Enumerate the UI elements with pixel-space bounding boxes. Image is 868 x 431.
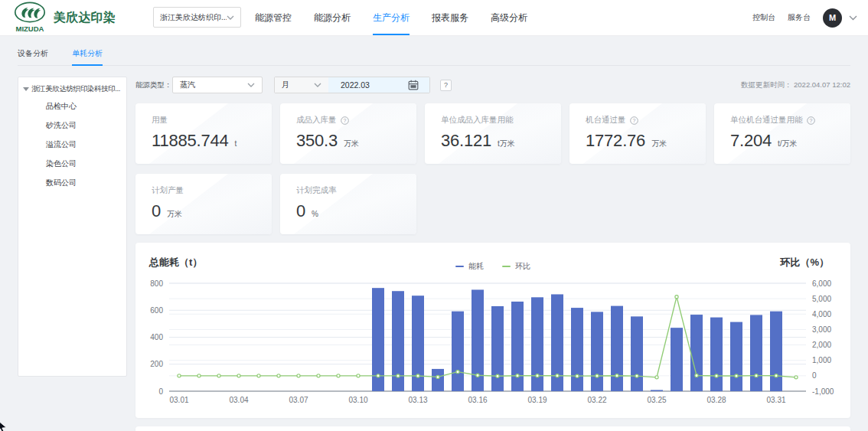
nav-item-production-analysis[interactable]: 生产分析 — [373, 0, 410, 35]
question-circle-icon[interactable]: ? — [807, 116, 815, 125]
period-type-select[interactable]: 月 — [275, 77, 328, 93]
kpi-unit: 万米 — [651, 139, 667, 149]
kpi-card-plan-completion: 计划完成率 0 % — [280, 174, 416, 234]
company-logo: MIZUDA — [13, 2, 48, 34]
nav-item-report-service[interactable]: 报表服务 — [432, 0, 468, 35]
question-circle-icon[interactable]: ? — [630, 116, 638, 125]
svg-text:6,000: 6,000 — [812, 279, 831, 288]
nav-item-energy-control[interactable]: 能源管控 — [255, 0, 292, 35]
user-menu-chevron-icon[interactable] — [849, 15, 857, 21]
company-select[interactable]: 浙江美欣达纺织印... — [153, 7, 241, 28]
kpi-value: 36.121 — [441, 132, 491, 150]
kpi-value: 0 — [296, 202, 305, 220]
org-tree-panel: 浙江美欣达纺织印染科技印... 品检中心 砂洗公司 溢流公司 染色公司 数码公司 — [18, 77, 127, 377]
chevron-down-icon — [247, 83, 255, 87]
kpi-value: 1772.76 — [586, 132, 645, 150]
tree-root-node[interactable]: 浙江美欣达纺织印染科技印... — [18, 81, 126, 97]
header-right: 控制台 服务台 M — [752, 0, 857, 35]
svg-text:?: ? — [632, 117, 635, 122]
svg-text:03.28: 03.28 — [706, 396, 726, 404]
svg-text:0: 0 — [812, 371, 817, 380]
tree-item-digital[interactable]: 数码公司 — [18, 173, 126, 192]
svg-text:3,000: 3,000 — [812, 325, 831, 334]
energy-type-label: 能源类型： — [135, 77, 172, 93]
svg-text:03.07: 03.07 — [289, 396, 308, 404]
tree-root-label: 浙江美欣达纺织印染科技印... — [31, 84, 120, 94]
avatar[interactable]: M — [823, 8, 842, 28]
tree-expand-caret-icon[interactable] — [23, 87, 29, 91]
kpi-label: 单位成品入库量用能 — [441, 115, 514, 126]
svg-text:03.04: 03.04 — [229, 396, 248, 404]
energy-type-value: 蒸汽 — [180, 80, 247, 90]
date-picker: 月 2022.03 — [274, 77, 430, 93]
tree-item-sand-wash[interactable]: 砂洗公司 — [18, 116, 126, 136]
console-link[interactable]: 控制台 — [752, 12, 775, 23]
svg-text:200: 200 — [150, 360, 163, 368]
svg-text:800: 800 — [150, 279, 163, 288]
tree-item-overflow[interactable]: 溢流公司 — [18, 136, 126, 155]
kpi-unit: t/万米 — [778, 139, 798, 149]
calendar-icon — [408, 80, 419, 90]
kpi-value: 0 — [152, 202, 161, 220]
kpi-label: 成品入库量 — [296, 115, 337, 126]
nav-item-advanced-analysis[interactable]: 高级分析 — [491, 0, 527, 35]
nav-item-energy-analysis[interactable]: 能源分析 — [314, 0, 351, 35]
tab-unit-consumption-analysis[interactable]: 单耗分析 — [72, 36, 103, 66]
svg-text:0: 0 — [158, 387, 163, 396]
svg-text:03.22: 03.22 — [587, 396, 606, 404]
svg-text:03.16: 03.16 — [468, 396, 487, 404]
data-updated-time: 数据更新时间： 2022.04.07 12:02 — [741, 77, 850, 93]
date-input[interactable]: 2022.03 — [328, 77, 429, 93]
svg-text:03.25: 03.25 — [647, 396, 666, 404]
kpi-unit: t万米 — [498, 139, 515, 149]
kpi-card-usage: 用量 11885.744 t — [135, 103, 272, 164]
svg-text:03.19: 03.19 — [527, 396, 547, 404]
sub-tabbar: 设备分析 单耗分析 — [18, 36, 850, 66]
date-value: 2022.03 — [341, 80, 408, 90]
tree-item-quality-center[interactable]: 品检中心 — [18, 97, 126, 116]
svg-text:4,000: 4,000 — [812, 310, 831, 318]
mouse-cursor — [0, 420, 9, 431]
svg-text:03.13: 03.13 — [408, 396, 427, 404]
kpi-label: 单位机台通过量用能 — [730, 115, 803, 126]
energy-trend-chart-card: 总能耗（t） 环比（%） 能耗 环比 0200400600800-1,00001… — [135, 243, 850, 418]
chevron-down-icon — [227, 15, 234, 20]
kpi-unit: t — [235, 139, 237, 148]
kpi-unit: 万米 — [167, 209, 182, 220]
chevron-down-icon — [314, 83, 321, 87]
svg-text:5,000: 5,000 — [812, 295, 831, 303]
next-panel-partial — [135, 426, 850, 431]
logo-text: MIZUDA — [16, 24, 44, 33]
app-header: MIZUDA 美欣达印染 浙江美欣达纺织印... 能源管控 能源分析 生产分析 … — [0, 0, 868, 36]
svg-text:?: ? — [343, 117, 346, 122]
service-desk-link[interactable]: 服务台 — [788, 12, 811, 23]
kpi-card-planned-output: 计划产量 0 万米 — [135, 174, 272, 234]
kpi-card-finished-inbound: 成品入库量 ? 350.3 万米 — [280, 103, 416, 164]
help-button[interactable]: ? — [440, 80, 452, 91]
period-type-value: 月 — [282, 80, 314, 90]
kpi-value: 11885.744 — [152, 132, 229, 150]
kpi-card-unit-inbound-energy: 单位成品入库量用能 36.121 t万米 — [425, 103, 561, 164]
svg-text:2,000: 2,000 — [812, 341, 831, 349]
kpi-value: 7.204 — [730, 132, 772, 150]
tab-device-analysis[interactable]: 设备分析 — [18, 36, 48, 66]
question-circle-icon[interactable]: ? — [341, 116, 349, 125]
company-select-value: 浙江美欣达纺织印... — [160, 12, 227, 23]
svg-text:-1,000: -1,000 — [812, 387, 834, 396]
svg-text:03.31: 03.31 — [766, 396, 785, 404]
kpi-unit: % — [312, 210, 318, 218]
kpi-label: 计划产量 — [152, 185, 184, 196]
svg-text:?: ? — [809, 117, 812, 122]
main-nav: 能源管控 能源分析 生产分析 报表服务 高级分析 — [255, 0, 550, 35]
svg-text:400: 400 — [150, 333, 163, 341]
chart-plot[interactable]: 0200400600800-1,00001,0002,0003,0004,000… — [135, 243, 850, 418]
svg-text:1,000: 1,000 — [812, 356, 831, 364]
kpi-card-machine-throughput: 机台通过量 ? 1772.76 万米 — [569, 103, 706, 164]
kpi-label: 机台通过量 — [586, 115, 626, 126]
tree-item-dyeing[interactable]: 染色公司 — [18, 154, 126, 173]
energy-type-select[interactable]: 蒸汽 — [172, 77, 263, 93]
kpi-card-unit-throughput-energy: 单位机台通过量用能 ? 7.204 t/万米 — [714, 103, 850, 164]
kpi-unit: 万米 — [344, 139, 359, 149]
kpi-label: 计划完成率 — [296, 185, 337, 196]
svg-text:03.01: 03.01 — [169, 396, 188, 404]
